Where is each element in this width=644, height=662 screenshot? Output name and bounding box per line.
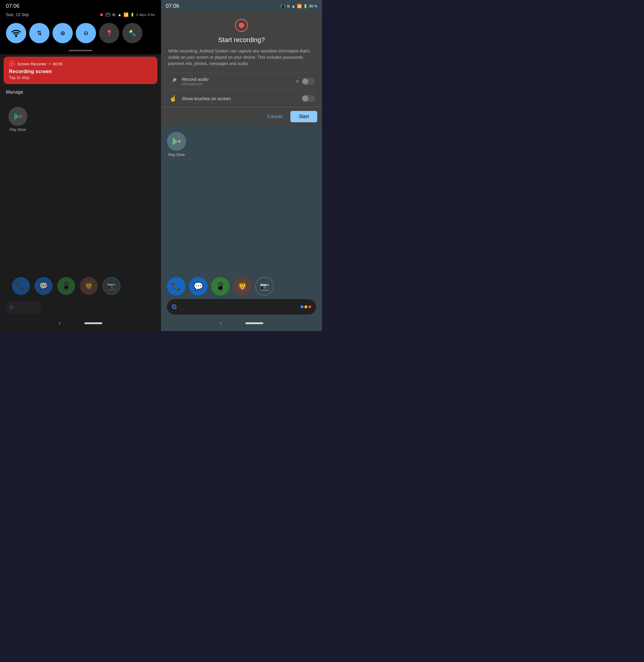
dock-phone-left[interactable]: 📞 xyxy=(12,277,30,295)
home-indicator-right[interactable] xyxy=(245,322,263,324)
wifi-icon-right: ▲ xyxy=(292,4,296,8)
home-spacer xyxy=(167,157,316,277)
dialog-icon-row xyxy=(168,19,315,32)
dock-left: 📞 💬 📱 🦁 📷 xyxy=(6,277,155,295)
dock-whatsapp-right[interactable]: 📱 xyxy=(211,277,230,296)
date-text: Sun, 13 Sep xyxy=(6,12,29,17)
record-audio-title: Record audio xyxy=(182,77,291,82)
dot-yellow xyxy=(304,305,307,309)
play-store-right[interactable]: Play Store xyxy=(167,132,186,157)
rec-small-icon xyxy=(9,61,15,67)
signal-icon: 📶 xyxy=(123,12,129,17)
play-store-icon-right xyxy=(167,132,186,151)
record-audio-toggle[interactable] xyxy=(302,78,315,85)
left-home-area: Manage xyxy=(0,87,161,317)
record-audio-subtitle: Microphone xyxy=(182,82,291,86)
svg-point-0 xyxy=(16,36,17,37)
start-button[interactable]: Start xyxy=(291,111,317,122)
date-row: Sun, 13 Sep ⏺ 📳 ⊖ ▲ 📶 🔋 2 days, 6 hrs xyxy=(0,11,161,20)
google-search-right[interactable]: G xyxy=(167,299,316,315)
nav-bar-right: ‹ xyxy=(161,317,322,331)
shade-handle xyxy=(69,50,92,51)
status-bar-right: 07:06 📳 ⊖ ▲ 📶 🔋 99 % xyxy=(161,0,322,12)
dock-messages-left[interactable]: 💬 xyxy=(34,277,52,295)
dnd-icon-right: ⊖ xyxy=(287,4,290,8)
tile-dnd[interactable]: ⊖ xyxy=(76,23,96,43)
manage-label: Manage xyxy=(6,89,155,95)
record-audio-toggle-knob xyxy=(302,78,308,84)
dock-brave-left[interactable]: 🦁 xyxy=(80,277,98,295)
dot-blue xyxy=(301,305,303,309)
rec-subtitle: Tap to stop xyxy=(9,75,152,80)
play-store-icon-left xyxy=(8,107,27,126)
dock-phone-right[interactable]: 📞 xyxy=(167,277,185,296)
nav-bar-left: ‹ xyxy=(0,317,161,331)
record-audio-text: Record audio Microphone xyxy=(182,77,291,86)
battery-percent: 99 % xyxy=(309,4,317,8)
status-bar-left: 07:06 xyxy=(0,0,161,11)
left-panel: 07:06 Sun, 13 Sep ⏺ 📳 ⊖ ▲ 📶 🔋 2 days, 6 … xyxy=(0,0,161,331)
battery-days: 2 days, 6 hrs xyxy=(136,13,155,16)
time-left: 07:06 xyxy=(6,3,19,9)
show-touches-toggle-knob xyxy=(302,95,308,101)
microphone-dropdown[interactable]: ▼ xyxy=(295,79,299,84)
dialog-buttons: Cancel Start xyxy=(161,107,322,126)
tile-location[interactable]: 📍 xyxy=(99,23,119,43)
status-icons-right: 📳 ⊖ ▲ 📶 🔋 99 % xyxy=(280,4,317,8)
tile-flashlight[interactable]: 🔦 xyxy=(122,23,142,43)
dot-red xyxy=(308,305,311,309)
show-touches-toggle[interactable] xyxy=(302,95,315,102)
quick-tiles: ⇅ ⊕ ⊖ 📍 🔦 xyxy=(0,20,161,48)
recording-dialog: Start recording? While recording, Androi… xyxy=(161,12,322,107)
google-search-left[interactable]: G xyxy=(6,301,42,314)
time-right: 07:06 xyxy=(166,3,179,9)
right-panel: 07:06 📳 ⊖ ▲ 📶 🔋 99 % Start recording? Wh… xyxy=(161,0,322,331)
record-audio-controls: ▼ xyxy=(295,78,315,85)
vibrate-icon: 📳 xyxy=(105,12,110,17)
show-touches-option: ☝ Show touches on screen xyxy=(168,90,315,107)
dialog-body: While recording, Android System can capt… xyxy=(168,48,315,67)
recording-notification[interactable]: Screen Recorder • 00:05 Recording screen… xyxy=(4,56,157,84)
tile-data[interactable]: ⇅ xyxy=(29,23,49,43)
google-dots xyxy=(301,305,311,309)
notification-shade: 07:06 Sun, 13 Sep ⏺ 📳 ⊖ ▲ 📶 🔋 2 days, 6 … xyxy=(0,0,161,54)
signal-icon-right: 📶 xyxy=(297,4,302,8)
wifi-icon: ▲ xyxy=(117,12,122,17)
record-icon-large xyxy=(235,19,248,32)
rec-header: Screen Recorder • 00:05 xyxy=(9,61,152,67)
battery-icon-right: 🔋 xyxy=(303,4,308,8)
play-store-label-right: Play Store xyxy=(168,153,185,157)
show-touches-text: Show touches on screen xyxy=(182,96,298,101)
record-dot-large xyxy=(239,23,244,28)
back-button-left[interactable]: ‹ xyxy=(59,320,61,326)
dock-whatsapp-left[interactable]: 📱 xyxy=(57,277,75,295)
home-screen-right: Play Store 📞 💬 📱 🦁 📷 G xyxy=(161,126,322,317)
cancel-button[interactable]: Cancel xyxy=(261,111,288,122)
rec-bullet: • xyxy=(49,62,50,66)
play-store-left[interactable]: Play Store xyxy=(6,107,30,132)
battery-icon: 🔋 xyxy=(130,13,135,17)
dialog-title: Start recording? xyxy=(168,36,315,44)
tile-wifi[interactable] xyxy=(6,23,26,43)
rec-duration: 00:05 xyxy=(53,62,63,66)
record-audio-option: 🎤 Record audio Microphone ▼ xyxy=(168,73,315,90)
back-button-right[interactable]: ‹ xyxy=(220,320,222,326)
home-indicator-left[interactable] xyxy=(84,322,102,324)
rec-app-name: Screen Recorder xyxy=(17,62,47,66)
touch-icon: ☝ xyxy=(168,94,178,103)
rec-dot xyxy=(11,63,13,65)
dock-camera-right[interactable]: 📷 xyxy=(255,277,274,296)
microphone-icon: 🎤 xyxy=(168,77,178,86)
dock-camera-left[interactable]: 📷 xyxy=(102,277,120,295)
tile-battery-saver[interactable]: ⊕ xyxy=(52,23,73,43)
show-touches-title: Show touches on screen xyxy=(182,96,298,101)
vibrate-icon-right: 📳 xyxy=(280,4,285,8)
dock-messages-right[interactable]: 💬 xyxy=(189,277,208,296)
status-icons-left: ⏺ 📳 ⊖ ▲ 📶 🔋 2 days, 6 hrs xyxy=(99,12,155,17)
shade-handle-container xyxy=(0,48,161,54)
dock-brave-right[interactable]: 🦁 xyxy=(233,277,252,296)
record-status-icon: ⏺ xyxy=(99,12,104,17)
google-g-icon: G xyxy=(172,303,177,311)
play-store-row-right: Play Store xyxy=(167,132,316,157)
dock-right: 📞 💬 📱 🦁 📷 xyxy=(167,277,316,296)
